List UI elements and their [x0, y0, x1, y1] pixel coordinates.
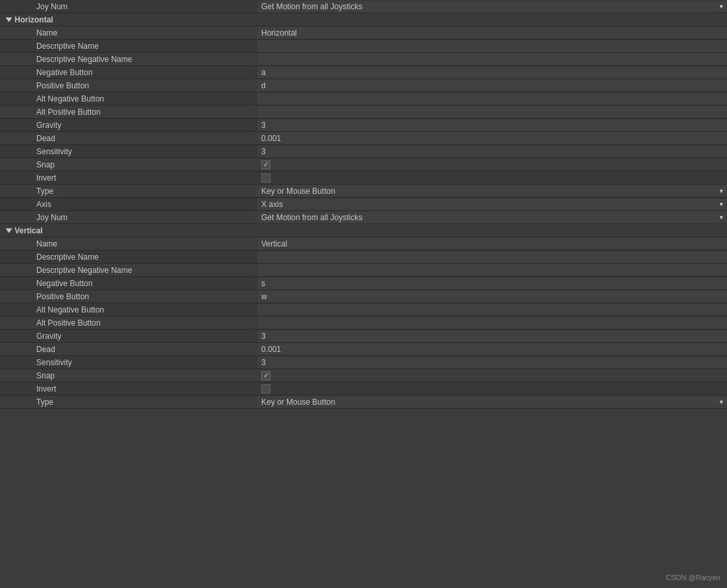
property-row-positive-button: Positive Buttonw	[0, 290, 727, 303]
section-header-vertical[interactable]: Vertical	[0, 224, 727, 237]
section-label: Horizontal	[0, 15, 53, 24]
property-row-invert: Invert	[0, 171, 727, 185]
property-text-value[interactable]: 3	[257, 330, 727, 342]
property-label: Gravity	[0, 121, 257, 130]
property-checkbox-container	[257, 160, 727, 169]
property-row-descriptive-name: Descriptive Name	[0, 40, 727, 53]
joy-num-top-value[interactable]: Get Motion from all Joysticks ▼	[257, 1, 727, 13]
property-label: Snap	[0, 371, 257, 380]
property-label: Positive Button	[0, 81, 257, 90]
property-label: Axis	[0, 200, 257, 209]
property-label: Type	[0, 187, 257, 196]
property-dropdown-value[interactable]: X axis▼	[257, 198, 727, 210]
property-label: Negative Button	[0, 68, 257, 77]
expand-triangle-icon	[6, 228, 13, 233]
sections-container: Horizontal NameHorizontalDescriptive Nam…	[0, 13, 727, 409]
property-label: Alt Negative Button	[0, 94, 257, 103]
property-row-negative-button: Negative Buttons	[0, 277, 727, 290]
property-label: Invert	[0, 384, 257, 394]
property-empty-value[interactable]	[257, 304, 727, 316]
property-row-negative-button: Negative Buttona	[0, 66, 727, 79]
property-text-value[interactable]: a	[257, 67, 727, 78]
property-text-value[interactable]: s	[257, 278, 727, 289]
property-label: Name	[0, 239, 257, 249]
property-label: Descriptive Negative Name	[0, 266, 257, 275]
property-label: Sensitivity	[0, 358, 257, 367]
property-row-gravity: Gravity3	[0, 119, 727, 132]
property-row-descriptive-negative-name: Descriptive Negative Name	[0, 53, 727, 66]
property-empty-value[interactable]	[257, 40, 727, 52]
property-row-descriptive-name: Descriptive Name	[0, 250, 727, 264]
property-text-value[interactable]: Vertical	[257, 238, 727, 250]
property-label: Dead	[0, 134, 257, 143]
property-text-value[interactable]: d	[257, 80, 727, 92]
dropdown-arrow-icon: ▼	[718, 212, 724, 223]
property-label: Snap	[0, 160, 257, 169]
checkbox[interactable]	[261, 384, 270, 394]
property-text-value[interactable]: 3	[257, 119, 727, 131]
property-label: Positive Button	[0, 292, 257, 301]
property-empty-value[interactable]	[257, 264, 727, 276]
property-label: Name	[0, 28, 257, 38]
property-text-value[interactable]: 3	[257, 146, 727, 158]
property-label: Joy Num	[0, 213, 257, 222]
property-label: Negative Button	[0, 279, 257, 288]
dropdown-arrow-icon: ▼	[718, 185, 724, 197]
property-label: Alt Positive Button	[0, 107, 257, 117]
property-dropdown-value[interactable]: Key or Mouse Button▼	[257, 396, 727, 408]
property-text-value[interactable]: Horizontal	[257, 27, 727, 39]
property-label: Invert	[0, 173, 257, 183]
checkbox[interactable]	[261, 160, 270, 169]
property-text-value[interactable]: 3	[257, 357, 727, 368]
property-empty-value[interactable]	[257, 317, 727, 329]
dropdown-arrow-icon: ▼	[718, 1, 724, 13]
property-empty-value[interactable]	[257, 106, 727, 118]
property-row-gravity: Gravity3	[0, 330, 727, 343]
inspector-panel: Joy Num Get Motion from all Joysticks ▼	[0, 0, 727, 13]
property-label: Alt Negative Button	[0, 305, 257, 314]
watermark: CSDN @Racyen	[666, 573, 720, 581]
property-row-alt-negative-button: Alt Negative Button	[0, 92, 727, 105]
property-label: Sensitivity	[0, 147, 257, 156]
property-checkbox-container	[257, 371, 727, 380]
property-dropdown-value[interactable]: Get Motion from all Joysticks▼	[257, 212, 727, 223]
property-row-name: NameHorizontal	[0, 26, 727, 40]
property-checkbox-container	[257, 173, 727, 183]
property-row-descriptive-negative-name: Descriptive Negative Name	[0, 264, 727, 277]
property-row-joy-num: Joy NumGet Motion from all Joysticks▼	[0, 211, 727, 224]
checkbox[interactable]	[261, 371, 270, 380]
property-label: Type	[0, 397, 257, 407]
property-row-snap: Snap	[0, 158, 727, 171]
property-dropdown-value[interactable]: Key or Mouse Button▼	[257, 185, 727, 197]
property-label: Descriptive Negative Name	[0, 55, 257, 64]
dropdown-arrow-icon: ▼	[718, 396, 724, 408]
property-row-alt-negative-button: Alt Negative Button	[0, 303, 727, 316]
property-row-dead: Dead0.001	[0, 343, 727, 356]
section-header-horizontal[interactable]: Horizontal	[0, 13, 727, 26]
property-label: Alt Positive Button	[0, 318, 257, 328]
property-row-alt-positive-button: Alt Positive Button	[0, 316, 727, 330]
property-row-sensitivity: Sensitivity3	[0, 145, 727, 158]
property-row-alt-positive-button: Alt Positive Button	[0, 105, 727, 119]
property-row-dead: Dead0.001	[0, 132, 727, 145]
joy-num-top-label: Joy Num	[0, 2, 257, 11]
property-text-value[interactable]: 0.001	[257, 132, 727, 144]
property-label: Dead	[0, 345, 257, 354]
property-row-positive-button: Positive Buttond	[0, 79, 727, 92]
property-row-sensitivity: Sensitivity3	[0, 356, 727, 369]
property-row-snap: Snap	[0, 369, 727, 382]
dropdown-arrow-icon: ▼	[718, 198, 724, 210]
property-row-type: TypeKey or Mouse Button▼	[0, 396, 727, 409]
checkbox[interactable]	[261, 173, 270, 183]
property-empty-value[interactable]	[257, 93, 727, 105]
property-empty-value[interactable]	[257, 251, 727, 263]
property-row-invert: Invert	[0, 382, 727, 396]
property-empty-value[interactable]	[257, 53, 727, 65]
property-text-value[interactable]: 0.001	[257, 343, 727, 355]
section-label: Vertical	[0, 226, 43, 235]
property-text-value[interactable]: w	[257, 291, 727, 303]
property-label: Descriptive Name	[0, 252, 257, 262]
property-checkbox-container	[257, 384, 727, 394]
property-label: Descriptive Name	[0, 42, 257, 51]
property-row-type: TypeKey or Mouse Button▼	[0, 185, 727, 198]
